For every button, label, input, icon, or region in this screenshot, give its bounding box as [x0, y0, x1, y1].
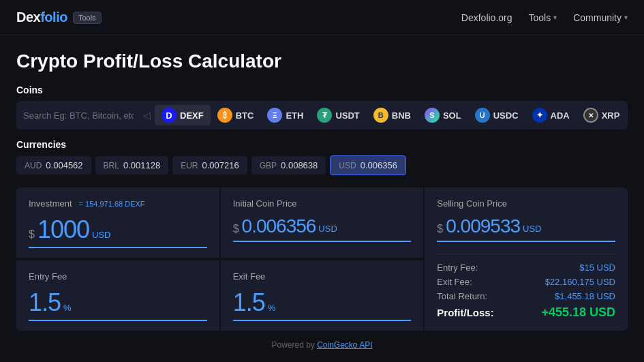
coin-item-dexf[interactable]: D DEXF — [155, 105, 211, 125]
currencies-row: AUD 0.004562 BRL 0.001128 EUR 0.007216 G… — [16, 155, 628, 175]
coins-row: ◁ D DEXF ₿ BTC Ξ ETH ₮ USDT B BNB S SOL — [16, 101, 628, 130]
logo-area: Dexfolio Tools — [16, 10, 102, 25]
investment-value[interactable]: 1000 — [37, 215, 89, 244]
investment-sublabel: = 154,971.68 DEXF — [79, 200, 145, 208]
selling-price-label: Selling Coin Price — [437, 198, 615, 209]
xrp-icon: ✕ — [583, 108, 598, 123]
investment-label: Investment = 154,971.68 DEXF — [29, 198, 207, 209]
community-chevron-icon: ▾ — [624, 14, 628, 21]
selling-price-input-row[interactable]: $ 0.009533 USD — [437, 215, 615, 242]
nav-tools[interactable]: Tools ▾ — [529, 12, 557, 23]
coin-item-xrp[interactable]: ✕ XRP — [577, 105, 627, 125]
coin-item-usdc[interactable]: U USDC — [468, 105, 525, 125]
profit-value: +455.18 USD — [541, 305, 615, 320]
selling-price-value[interactable]: 0.009533 — [446, 215, 520, 237]
dexf-icon: D — [162, 108, 177, 123]
main-nav: Dexfolio.org Tools ▾ Community ▾ — [461, 12, 628, 23]
selling-prefix: $ — [437, 223, 443, 238]
initial-price-label: Initial Coin Price — [233, 198, 412, 209]
page-title: Crypto Profit/Loss Calculator — [16, 50, 628, 72]
currency-aud[interactable]: AUD 0.004562 — [16, 156, 91, 175]
exit-fee-label: Exit Fee — [233, 271, 412, 282]
entry-fee-label: Entry Fee — [29, 271, 207, 282]
currency-gbp[interactable]: GBP 0.008638 — [251, 156, 326, 175]
initial-price-card: Initial Coin Price $ 0.006356 USD — [221, 187, 424, 258]
selling-price-section: Selling Coin Price $ 0.009533 USD — [437, 198, 615, 242]
tools-chevron-icon: ▾ — [553, 14, 557, 21]
initial-prefix: $ — [233, 223, 239, 238]
currency-usd[interactable]: USD 0.006356 — [330, 155, 406, 175]
entry-fee-value[interactable]: 1.5 — [29, 288, 61, 317]
initial-price-value[interactable]: 0.006356 — [242, 215, 316, 237]
currency-brl[interactable]: BRL 0.001128 — [95, 156, 169, 175]
coins-next-arrow[interactable]: ▷ — [626, 110, 628, 121]
logo[interactable]: Dexfolio — [16, 10, 67, 25]
exit-fee-card: Exit Fee 1.5 % — [221, 259, 424, 331]
exit-fee-unit: % — [268, 303, 276, 317]
currency-eur[interactable]: EUR 0.007216 — [172, 156, 247, 175]
nav-dexfolio[interactable]: Dexfolio.org — [461, 12, 512, 23]
exit-fee-result: Exit Fee: $22,160,175 USD — [437, 277, 615, 287]
btc-icon: ₿ — [217, 108, 232, 123]
currencies-label: Currencies — [16, 139, 628, 150]
coin-item-bnb[interactable]: B BNB — [367, 105, 418, 125]
investment-card: Investment = 154,971.68 DEXF $ 1000 USD — [16, 187, 219, 258]
tools-badge: Tools — [73, 12, 102, 24]
total-return-result: Total Return: $1,455.18 USD — [437, 291, 615, 301]
entry-fee-result: Entry Fee: $15 USD — [437, 262, 615, 273]
coin-item-btc[interactable]: ₿ BTC — [211, 105, 261, 125]
footer: Powered by CoinGecko API — [16, 333, 628, 357]
coin-item-sol[interactable]: S SOL — [418, 105, 468, 125]
entry-fee-input-row[interactable]: 1.5 % — [29, 288, 207, 321]
coin-item-usdt[interactable]: ₮ USDT — [310, 105, 366, 125]
usdc-icon: U — [475, 108, 490, 123]
initial-price-unit: USD — [318, 224, 337, 238]
selling-price-unit: USD — [523, 224, 541, 238]
usdt-icon: ₮ — [317, 108, 332, 123]
results-section: Entry Fee: $15 USD Exit Fee: $22,160,175… — [437, 262, 615, 320]
exit-fee-input-row[interactable]: 1.5 % — [233, 288, 412, 321]
bnb-icon: B — [373, 108, 388, 123]
right-col: Selling Coin Price $ 0.009533 USD Entry … — [425, 187, 628, 331]
coin-search-input[interactable] — [23, 110, 139, 121]
investment-prefix: $ — [29, 228, 35, 243]
investment-input-row[interactable]: $ 1000 USD — [29, 215, 207, 248]
profit-loss-result: Profit/Loss: +455.18 USD — [437, 305, 615, 320]
initial-price-input-row[interactable]: $ 0.006356 USD — [233, 215, 412, 242]
profit-label: Profit/Loss: — [437, 307, 493, 318]
coin-item-ada[interactable]: ✦ ADA — [525, 105, 577, 125]
investment-unit: USD — [92, 230, 110, 244]
exit-fee-value[interactable]: 1.5 — [233, 288, 265, 317]
coins-prev-arrow[interactable]: ◁ — [139, 110, 155, 121]
sol-icon: S — [425, 108, 440, 123]
entry-fee-unit: % — [63, 303, 72, 317]
entry-fee-card: Entry Fee 1.5 % — [16, 259, 219, 331]
eth-icon: Ξ — [267, 108, 282, 123]
ada-icon: ✦ — [532, 108, 547, 123]
coingecko-link[interactable]: CoinGecko API — [317, 340, 372, 350]
coin-item-eth[interactable]: Ξ ETH — [260, 105, 310, 125]
calculator-grid: Investment = 154,971.68 DEXF $ 1000 USD … — [16, 187, 628, 331]
nav-community[interactable]: Community ▾ — [573, 12, 628, 23]
coins-label: Coins — [16, 85, 628, 95]
